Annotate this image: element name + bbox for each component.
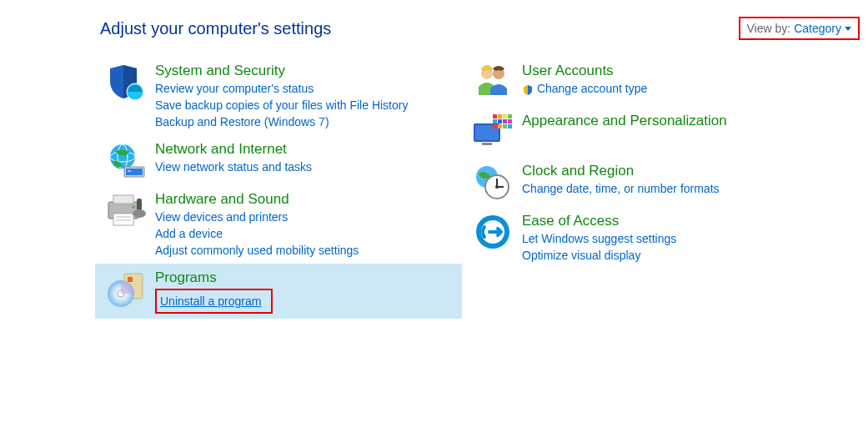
link-date-time[interactable]: Change date, time, or number formats — [522, 180, 720, 197]
svg-rect-24 — [482, 143, 492, 145]
link-uninstall-program[interactable]: Uninstall a program — [160, 293, 261, 310]
svg-rect-28 — [508, 114, 512, 118]
category-title[interactable]: Clock and Region — [522, 162, 720, 180]
svg-point-15 — [133, 209, 146, 218]
category-system-security[interactable]: System and Security Review your computer… — [95, 57, 462, 135]
view-by-value: Category — [794, 22, 841, 35]
svg-point-41 — [495, 185, 499, 189]
svg-rect-36 — [508, 124, 512, 128]
highlight-box: Uninstall a program — [155, 289, 273, 314]
disc-box-icon — [102, 269, 150, 309]
accessibility-icon — [469, 212, 517, 252]
categories-panel: System and Security Review your computer… — [0, 57, 868, 319]
svg-rect-33 — [493, 124, 497, 128]
svg-rect-25 — [493, 114, 497, 118]
category-title[interactable]: System and Security — [155, 62, 408, 80]
svg-rect-10 — [113, 214, 133, 225]
printer-icon — [102, 190, 150, 230]
category-appearance[interactable]: Appearance and Personalization — [462, 107, 795, 157]
shield-icon — [102, 62, 150, 102]
category-title[interactable]: Programs — [155, 269, 273, 287]
svg-rect-26 — [498, 114, 502, 118]
svg-rect-34 — [498, 124, 502, 128]
right-column: User Accounts Change account type — [462, 57, 795, 319]
link-network-status[interactable]: View network status and tasks — [155, 159, 312, 175]
link-suggest-settings[interactable]: Let Windows suggest settings — [522, 230, 676, 247]
category-hardware[interactable]: Hardware and Sound View devices and prin… — [95, 185, 462, 264]
svg-rect-17 — [128, 277, 133, 282]
left-column: System and Security Review your computer… — [95, 57, 462, 319]
category-title[interactable]: User Accounts — [522, 62, 647, 80]
svg-point-13 — [132, 205, 135, 209]
header: Adjust your computer's settings View by:… — [0, 0, 868, 57]
monitor-colors-icon — [469, 112, 517, 152]
category-user-accounts[interactable]: User Accounts Change account type — [462, 57, 795, 107]
svg-point-2 — [110, 144, 135, 169]
people-icon — [469, 62, 517, 102]
svg-rect-31 — [503, 119, 507, 123]
category-clock[interactable]: Clock and Region Change date, time, or n… — [462, 157, 795, 207]
svg-rect-35 — [503, 124, 507, 128]
globe-icon — [102, 140, 150, 180]
page-title: Adjust your computer's settings — [100, 19, 331, 38]
category-title[interactable]: Hardware and Sound — [155, 190, 359, 209]
category-title[interactable]: Appearance and Personalization — [522, 112, 727, 130]
view-by-dropdown[interactable]: Category — [794, 22, 851, 35]
category-title[interactable]: Network and Internet — [155, 140, 312, 159]
svg-rect-27 — [503, 114, 507, 118]
link-add-device[interactable]: Add a device — [155, 225, 359, 242]
svg-rect-14 — [137, 199, 142, 210]
category-programs[interactable]: Programs Uninstall a program — [95, 264, 462, 319]
svg-rect-7 — [128, 170, 131, 172]
link-backup-filehistory[interactable]: Save backup copies of your files with Fi… — [155, 97, 408, 113]
link-view-devices[interactable]: View devices and printers — [155, 209, 359, 225]
clock-globe-icon — [469, 162, 517, 202]
category-ease-access[interactable]: Ease of Access Let Windows suggest setti… — [462, 207, 795, 269]
view-by-label: View by: — [747, 22, 791, 35]
svg-rect-9 — [113, 195, 133, 204]
svg-rect-30 — [498, 119, 502, 123]
uac-shield-icon — [522, 84, 534, 96]
link-change-account[interactable]: Change account type — [522, 80, 647, 97]
link-mobility[interactable]: Adjust commonly used mobility settings — [155, 242, 359, 259]
category-network[interactable]: Network and Internet View network status… — [95, 135, 462, 185]
category-title[interactable]: Ease of Access — [522, 212, 676, 230]
view-by-box: View by: Category — [739, 17, 860, 40]
svg-rect-32 — [508, 119, 512, 123]
link-backup-restore[interactable]: Backup and Restore (Windows 7) — [155, 113, 408, 130]
svg-rect-29 — [493, 119, 497, 123]
link-optimize-display[interactable]: Optimize visual display — [522, 247, 676, 264]
chevron-down-icon — [845, 27, 851, 31]
link-review-status[interactable]: Review your computer's status — [155, 80, 408, 97]
